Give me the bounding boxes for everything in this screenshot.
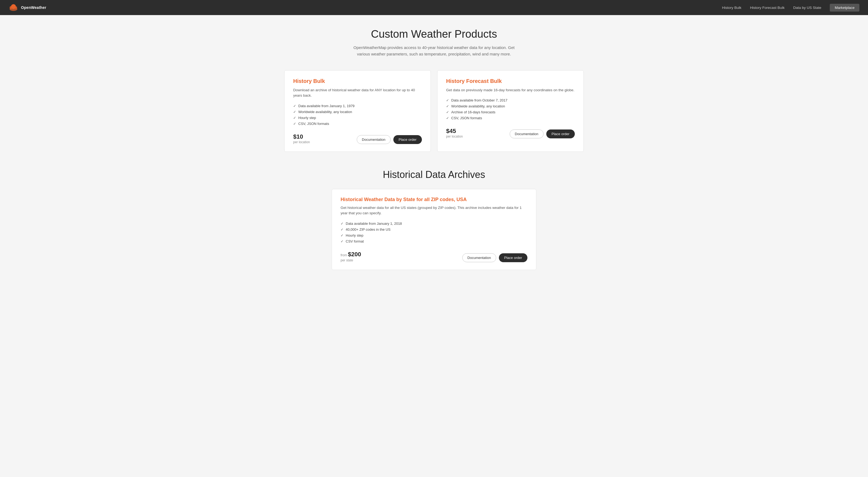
feature-item: ✓ Data available from October 7, 2017 (446, 98, 575, 102)
feature-item: ✓ Worldwide availability, any location (293, 110, 422, 114)
nav-link-history-bulk[interactable]: History Bulk (722, 6, 741, 10)
product-title-history-bulk: History Bulk (293, 78, 422, 84)
feature-item: ✓ CSV, JSON formats (446, 116, 575, 120)
check-icon: ✓ (446, 104, 449, 108)
navbar-links: History Bulk History Forecast Bulk Data … (722, 4, 859, 11)
feature-list-history-forecast-bulk: ✓ Data available from October 7, 2017 ✓ … (446, 98, 575, 120)
button-group: Documentation Place order (357, 135, 422, 144)
feature-item: ✓ CSV format (341, 239, 527, 243)
check-icon: ✓ (446, 110, 449, 114)
product-desc-history-forecast-bulk: Get data on previously made 16-day forec… (446, 88, 575, 93)
feature-item: ✓ Archive of 16-days forecasts (446, 110, 575, 114)
price-amount: $45 (446, 128, 463, 135)
archive-card-desc: Get historical weather data for all the … (341, 205, 527, 216)
page-subtitle: OpenWeatherMap provides access to 40-yea… (350, 44, 518, 57)
main-content: Custom Weather Products OpenWeatherMap p… (278, 15, 590, 291)
price-block-archive: from $200 per state (341, 251, 361, 262)
logo-link[interactable]: OpenWeather (9, 3, 46, 12)
feature-item: ✓ Hourly step (293, 116, 422, 120)
check-icon: ✓ (446, 116, 449, 120)
product-card-history-forecast-bulk: History Forecast Bulk Get data on previo… (437, 70, 584, 152)
nav-link-history-forecast-bulk[interactable]: History Forecast Bulk (750, 6, 784, 10)
check-icon: ✓ (293, 116, 296, 120)
check-icon: ✓ (341, 239, 344, 243)
check-icon: ✓ (341, 233, 344, 237)
svg-point-2 (10, 6, 13, 9)
check-icon: ✓ (293, 110, 296, 114)
place-order-button-history-bulk[interactable]: Place order (393, 135, 422, 144)
documentation-button-archive[interactable]: Documentation (462, 253, 496, 262)
page-header: Custom Weather Products OpenWeatherMap p… (284, 28, 584, 57)
archive-card-title: Historical Weather Data by State for all… (341, 197, 527, 202)
product-title-history-forecast-bulk: History Forecast Bulk (446, 78, 575, 84)
price-block: $45 per location (446, 128, 463, 138)
button-group: Documentation Place order (510, 129, 575, 138)
svg-point-3 (15, 6, 17, 9)
feature-item: ✓ Hourly step (341, 233, 527, 237)
documentation-button-history-bulk[interactable]: Documentation (357, 135, 391, 144)
feature-item: ✓ 40,000+ ZIP codes in the US (341, 227, 527, 231)
products-grid: History Bulk Download an archive of hist… (284, 70, 584, 152)
place-order-button-archive[interactable]: Place order (499, 253, 527, 262)
place-order-button-history-forecast-bulk[interactable]: Place order (546, 129, 575, 138)
archives-title: Historical Data Archives (284, 169, 584, 180)
check-icon: ✓ (341, 227, 344, 231)
product-desc-history-bulk: Download an archive of historical weathe… (293, 88, 422, 98)
archive-card-us-state: Historical Weather Data by State for all… (332, 189, 536, 270)
price-section-archive: from $200 per state Documentation Place … (341, 251, 527, 262)
feature-list-history-bulk: ✓ Data available from January 1, 1979 ✓ … (293, 104, 422, 126)
price-label: per location (293, 140, 310, 144)
archive-price-amount: $200 (348, 251, 361, 258)
feature-item: ✓ CSV, JSON formats (293, 122, 422, 126)
check-icon: ✓ (446, 98, 449, 102)
marketplace-button[interactable]: Marketplace (830, 4, 859, 11)
check-icon: ✓ (293, 122, 296, 126)
price-section-history-bulk: $10 per location Documentation Place ord… (293, 133, 422, 144)
archive-feature-list: ✓ Data available from January 1, 2018 ✓ … (341, 222, 527, 243)
archives-header: Historical Data Archives (284, 169, 584, 180)
check-icon: ✓ (293, 104, 296, 108)
archive-button-group: Documentation Place order (462, 253, 527, 262)
feature-item: ✓ Data available from January 1, 1979 (293, 104, 422, 108)
price-amount: $10 (293, 133, 310, 140)
documentation-button-history-forecast-bulk[interactable]: Documentation (510, 129, 543, 138)
openweather-logo-icon (9, 3, 18, 12)
page-title: Custom Weather Products (284, 28, 584, 40)
feature-item: ✓ Data available from January 1, 2018 (341, 222, 527, 226)
product-card-history-bulk: History Bulk Download an archive of hist… (284, 70, 431, 152)
price-from-label: from $200 (341, 251, 361, 258)
navbar: OpenWeather History Bulk History Forecas… (0, 0, 868, 15)
price-label: per location (446, 135, 463, 138)
nav-link-data-by-us-state[interactable]: Data by US State (793, 6, 821, 10)
price-section-history-forecast-bulk: $45 per location Documentation Place ord… (446, 128, 575, 138)
feature-item: ✓ Worldwide availability, any location (446, 104, 575, 108)
logo-text: OpenWeather (21, 5, 46, 10)
check-icon: ✓ (341, 222, 344, 226)
archive-price-label: per state (341, 258, 361, 262)
price-block: $10 per location (293, 133, 310, 144)
